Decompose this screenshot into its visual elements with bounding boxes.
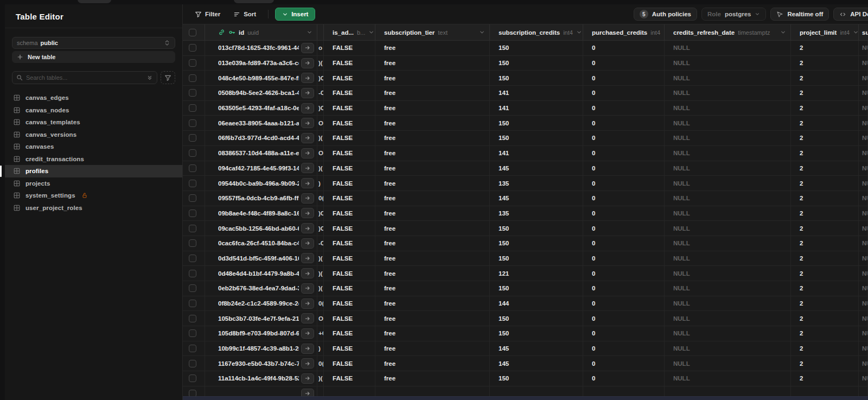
row-select-cell [183,206,205,221]
realtime-toggle-button[interactable]: Realtime off [770,8,829,21]
expand-row-button[interactable] [301,163,314,173]
row-checkbox[interactable] [189,315,196,322]
expand-row-button[interactable] [301,178,314,188]
expand-row-button[interactable] [301,283,314,294]
expand-row-button[interactable] [301,268,314,278]
row-checkbox[interactable] [189,194,196,202]
credits-refresh-date-cell: NULL [665,86,791,100]
sort-button[interactable]: Sort [228,8,261,21]
sidebar-table-item[interactable]: canvas_versions [5,129,182,141]
row-checkbox[interactable] [189,44,196,52]
clipped-right-cell: NULL [859,56,868,71]
insert-button[interactable]: Insert [275,8,315,21]
sidebar-table-item[interactable]: canvas_templates [5,116,182,129]
column-header-project-limit[interactable]: project_limit int4 [791,24,859,40]
expand-row-button[interactable] [301,373,314,384]
api-docs-button[interactable]: API Do [833,8,868,21]
credits-refresh-date-cell: NULL [665,191,791,206]
expand-row-button[interactable] [301,299,314,309]
row-checkbox[interactable] [189,209,196,217]
row-checkbox[interactable] [189,300,196,307]
row-checkbox[interactable] [189,270,196,277]
row-checkbox[interactable] [189,74,196,82]
row-checkbox[interactable] [189,390,196,396]
sidebar-table-item[interactable]: canvas_nodes [5,104,182,117]
column-header-subscription-tier[interactable]: subscription_tier text [375,24,490,40]
expand-row-button[interactable] [301,358,314,369]
clipped-right-cell: NULL [859,161,868,176]
row-checkbox[interactable] [189,89,196,97]
row-select-cell [183,101,205,116]
expand-row-button[interactable] [301,344,314,354]
column-header-id[interactable]: id uuid [205,24,317,40]
expand-row-button[interactable] [301,238,314,249]
grid-header-row: id uuid is_ad... b... subscription_tier [183,24,868,41]
column-header-is-admin[interactable]: is_ad... b... [324,24,375,40]
row-checkbox[interactable] [189,255,196,262]
chevron-down-icon[interactable] [479,29,485,35]
row-checkbox[interactable] [189,225,196,232]
row-checkbox[interactable] [189,149,196,157]
row-checkbox[interactable] [189,374,196,382]
sidebar-table-item[interactable]: canvas_edges [5,92,182,104]
subscription-credits-cell: 141 [490,86,583,100]
chevron-down-icon[interactable] [576,29,582,35]
column-header-credits-refresh-date[interactable]: credits_refresh_date timestamptz [665,24,791,40]
expand-row-button[interactable] [301,133,314,143]
sidebar-table-item[interactable]: credit_transactions [5,153,182,166]
sidebar-table-item[interactable]: system_settings [5,189,182,202]
filter-button[interactable]: Filter [189,8,226,21]
id-value: 09544b0c-ba9b-496a-9b09-244... [218,180,299,187]
row-checkbox[interactable] [189,284,196,292]
expand-row-button[interactable] [301,223,314,233]
search-tables-input[interactable] [26,74,143,81]
row-checkbox[interactable] [189,59,196,67]
expand-row-button[interactable] [301,43,314,53]
id-cell: 06f6b7d3-977d-4cd0-acd4-4a78... [205,131,317,145]
expand-row-button[interactable] [301,208,314,218]
expand-row-button[interactable] [301,389,314,396]
filter-tables-button[interactable] [161,71,175,84]
row-checkbox[interactable] [189,329,196,337]
sidebar-table-item[interactable]: profiles [5,165,182,177]
column-header-purchased-credits[interactable]: purchased_credits int4 [583,24,665,40]
auth-policies-button[interactable]: 5 Auth policies [634,8,697,21]
row-checkbox[interactable] [189,164,196,172]
schema-select[interactable]: schema public [12,37,175,49]
chevron-down-icon[interactable] [780,29,786,35]
expand-row-button[interactable] [301,88,314,98]
row-checkbox[interactable] [189,360,196,367]
chevron-down-icon[interactable] [853,29,859,35]
row-checkbox[interactable] [189,104,196,112]
row-checkbox[interactable] [189,345,196,352]
project-limit-cell: 2 [791,191,859,206]
sidebar-table-item[interactable]: user_project_roles [5,202,182,214]
expand-row-button[interactable] [301,253,314,263]
row-checkbox[interactable] [189,119,196,127]
expand-row-button[interactable] [301,103,314,113]
role-select-button[interactable]: Role postgres [701,8,767,21]
select-all-checkbox[interactable] [189,29,196,36]
row-checkbox[interactable] [189,180,196,187]
is-admin-cell [324,386,375,396]
expand-row-button[interactable] [301,148,314,158]
expand-row-button[interactable] [301,313,314,323]
sidebar-table-item[interactable]: canvases [5,141,182,153]
expand-row-button[interactable] [301,118,314,128]
new-table-button[interactable]: New table [12,51,175,63]
chevron-down-icon[interactable] [368,29,374,35]
sidebar-table-item[interactable]: projects [5,177,182,190]
column-header-subscription-credits[interactable]: subscription_credits int4 [490,24,583,40]
expand-row-button[interactable] [301,58,314,68]
column-header-clipped-right[interactable]: su [859,24,868,40]
chevron-down-icon[interactable] [307,29,312,35]
expand-row-button[interactable] [301,193,314,204]
expand-row-button[interactable] [301,328,314,339]
table-row: 08386537-10d4-488a-a11e-eb5a6... O FALSE… [183,146,868,161]
expand-row-button[interactable] [301,73,314,83]
column-header-clipped[interactable] [317,24,324,40]
chevrons-down-icon[interactable] [146,74,153,81]
row-checkbox[interactable] [189,134,196,142]
row-checkbox[interactable] [189,239,196,247]
table-row: 048c4e50-b989-455e-847e-fb2f... )C FALSE… [183,71,868,86]
